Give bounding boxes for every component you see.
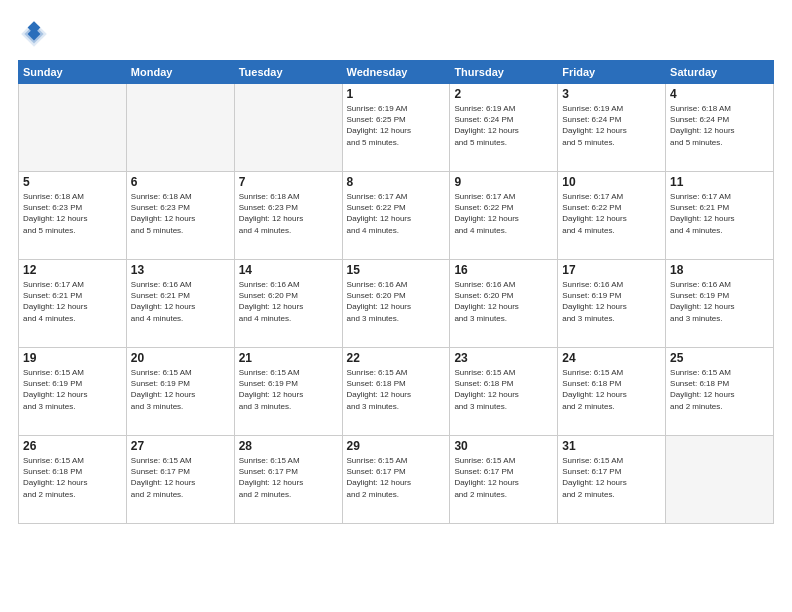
day-cell-empty xyxy=(19,84,127,172)
day-number: 16 xyxy=(454,263,553,277)
day-cell-23: 23Sunrise: 6:15 AMSunset: 6:18 PMDayligh… xyxy=(450,348,558,436)
day-cell-2: 2Sunrise: 6:19 AMSunset: 6:24 PMDaylight… xyxy=(450,84,558,172)
week-row-4: 19Sunrise: 6:15 AMSunset: 6:19 PMDayligh… xyxy=(19,348,774,436)
day-info: Sunrise: 6:18 AMSunset: 6:23 PMDaylight:… xyxy=(239,191,338,236)
week-row-5: 26Sunrise: 6:15 AMSunset: 6:18 PMDayligh… xyxy=(19,436,774,524)
day-number: 6 xyxy=(131,175,230,189)
day-cell-28: 28Sunrise: 6:15 AMSunset: 6:17 PMDayligh… xyxy=(234,436,342,524)
day-info: Sunrise: 6:15 AMSunset: 6:18 PMDaylight:… xyxy=(670,367,769,412)
day-info: Sunrise: 6:16 AMSunset: 6:20 PMDaylight:… xyxy=(454,279,553,324)
day-cell-31: 31Sunrise: 6:15 AMSunset: 6:17 PMDayligh… xyxy=(558,436,666,524)
day-cell-24: 24Sunrise: 6:15 AMSunset: 6:18 PMDayligh… xyxy=(558,348,666,436)
day-number: 15 xyxy=(347,263,446,277)
day-cell-5: 5Sunrise: 6:18 AMSunset: 6:23 PMDaylight… xyxy=(19,172,127,260)
logo-icon xyxy=(18,18,50,50)
week-row-3: 12Sunrise: 6:17 AMSunset: 6:21 PMDayligh… xyxy=(19,260,774,348)
weekday-header-row: SundayMondayTuesdayWednesdayThursdayFrid… xyxy=(19,61,774,84)
day-info: Sunrise: 6:17 AMSunset: 6:21 PMDaylight:… xyxy=(670,191,769,236)
weekday-header-thursday: Thursday xyxy=(450,61,558,84)
day-number: 20 xyxy=(131,351,230,365)
calendar: SundayMondayTuesdayWednesdayThursdayFrid… xyxy=(18,60,774,524)
day-info: Sunrise: 6:15 AMSunset: 6:17 PMDaylight:… xyxy=(131,455,230,500)
weekday-header-monday: Monday xyxy=(126,61,234,84)
day-info: Sunrise: 6:15 AMSunset: 6:19 PMDaylight:… xyxy=(239,367,338,412)
day-cell-12: 12Sunrise: 6:17 AMSunset: 6:21 PMDayligh… xyxy=(19,260,127,348)
day-info: Sunrise: 6:15 AMSunset: 6:18 PMDaylight:… xyxy=(454,367,553,412)
day-number: 7 xyxy=(239,175,338,189)
day-number: 23 xyxy=(454,351,553,365)
day-cell-11: 11Sunrise: 6:17 AMSunset: 6:21 PMDayligh… xyxy=(666,172,774,260)
day-info: Sunrise: 6:15 AMSunset: 6:17 PMDaylight:… xyxy=(347,455,446,500)
day-number: 5 xyxy=(23,175,122,189)
day-number: 8 xyxy=(347,175,446,189)
day-cell-17: 17Sunrise: 6:16 AMSunset: 6:19 PMDayligh… xyxy=(558,260,666,348)
day-info: Sunrise: 6:17 AMSunset: 6:22 PMDaylight:… xyxy=(454,191,553,236)
week-row-2: 5Sunrise: 6:18 AMSunset: 6:23 PMDaylight… xyxy=(19,172,774,260)
day-info: Sunrise: 6:15 AMSunset: 6:18 PMDaylight:… xyxy=(23,455,122,500)
day-info: Sunrise: 6:19 AMSunset: 6:25 PMDaylight:… xyxy=(347,103,446,148)
day-number: 18 xyxy=(670,263,769,277)
day-cell-18: 18Sunrise: 6:16 AMSunset: 6:19 PMDayligh… xyxy=(666,260,774,348)
day-info: Sunrise: 6:15 AMSunset: 6:19 PMDaylight:… xyxy=(131,367,230,412)
day-cell-14: 14Sunrise: 6:16 AMSunset: 6:20 PMDayligh… xyxy=(234,260,342,348)
day-info: Sunrise: 6:15 AMSunset: 6:18 PMDaylight:… xyxy=(562,367,661,412)
day-number: 24 xyxy=(562,351,661,365)
day-number: 3 xyxy=(562,87,661,101)
day-number: 13 xyxy=(131,263,230,277)
day-number: 30 xyxy=(454,439,553,453)
day-info: Sunrise: 6:16 AMSunset: 6:19 PMDaylight:… xyxy=(562,279,661,324)
day-number: 2 xyxy=(454,87,553,101)
weekday-header-tuesday: Tuesday xyxy=(234,61,342,84)
day-info: Sunrise: 6:18 AMSunset: 6:23 PMDaylight:… xyxy=(131,191,230,236)
day-info: Sunrise: 6:18 AMSunset: 6:24 PMDaylight:… xyxy=(670,103,769,148)
day-info: Sunrise: 6:15 AMSunset: 6:17 PMDaylight:… xyxy=(239,455,338,500)
weekday-header-friday: Friday xyxy=(558,61,666,84)
day-number: 11 xyxy=(670,175,769,189)
day-cell-6: 6Sunrise: 6:18 AMSunset: 6:23 PMDaylight… xyxy=(126,172,234,260)
day-info: Sunrise: 6:17 AMSunset: 6:22 PMDaylight:… xyxy=(347,191,446,236)
day-number: 27 xyxy=(131,439,230,453)
day-info: Sunrise: 6:17 AMSunset: 6:21 PMDaylight:… xyxy=(23,279,122,324)
day-number: 22 xyxy=(347,351,446,365)
day-info: Sunrise: 6:16 AMSunset: 6:19 PMDaylight:… xyxy=(670,279,769,324)
day-info: Sunrise: 6:15 AMSunset: 6:18 PMDaylight:… xyxy=(347,367,446,412)
day-number: 29 xyxy=(347,439,446,453)
day-cell-1: 1Sunrise: 6:19 AMSunset: 6:25 PMDaylight… xyxy=(342,84,450,172)
day-info: Sunrise: 6:19 AMSunset: 6:24 PMDaylight:… xyxy=(562,103,661,148)
day-number: 10 xyxy=(562,175,661,189)
day-info: Sunrise: 6:16 AMSunset: 6:21 PMDaylight:… xyxy=(131,279,230,324)
day-number: 19 xyxy=(23,351,122,365)
day-cell-8: 8Sunrise: 6:17 AMSunset: 6:22 PMDaylight… xyxy=(342,172,450,260)
weekday-header-wednesday: Wednesday xyxy=(342,61,450,84)
day-cell-21: 21Sunrise: 6:15 AMSunset: 6:19 PMDayligh… xyxy=(234,348,342,436)
logo xyxy=(18,18,54,50)
day-cell-9: 9Sunrise: 6:17 AMSunset: 6:22 PMDaylight… xyxy=(450,172,558,260)
day-cell-29: 29Sunrise: 6:15 AMSunset: 6:17 PMDayligh… xyxy=(342,436,450,524)
day-info: Sunrise: 6:16 AMSunset: 6:20 PMDaylight:… xyxy=(347,279,446,324)
day-info: Sunrise: 6:15 AMSunset: 6:17 PMDaylight:… xyxy=(454,455,553,500)
header xyxy=(18,18,774,50)
day-cell-4: 4Sunrise: 6:18 AMSunset: 6:24 PMDaylight… xyxy=(666,84,774,172)
weekday-header-saturday: Saturday xyxy=(666,61,774,84)
day-cell-13: 13Sunrise: 6:16 AMSunset: 6:21 PMDayligh… xyxy=(126,260,234,348)
day-cell-25: 25Sunrise: 6:15 AMSunset: 6:18 PMDayligh… xyxy=(666,348,774,436)
day-cell-7: 7Sunrise: 6:18 AMSunset: 6:23 PMDaylight… xyxy=(234,172,342,260)
day-cell-15: 15Sunrise: 6:16 AMSunset: 6:20 PMDayligh… xyxy=(342,260,450,348)
day-number: 25 xyxy=(670,351,769,365)
day-number: 28 xyxy=(239,439,338,453)
day-number: 31 xyxy=(562,439,661,453)
day-info: Sunrise: 6:16 AMSunset: 6:20 PMDaylight:… xyxy=(239,279,338,324)
day-cell-10: 10Sunrise: 6:17 AMSunset: 6:22 PMDayligh… xyxy=(558,172,666,260)
day-cell-22: 22Sunrise: 6:15 AMSunset: 6:18 PMDayligh… xyxy=(342,348,450,436)
day-cell-empty xyxy=(666,436,774,524)
day-cell-27: 27Sunrise: 6:15 AMSunset: 6:17 PMDayligh… xyxy=(126,436,234,524)
day-cell-26: 26Sunrise: 6:15 AMSunset: 6:18 PMDayligh… xyxy=(19,436,127,524)
day-number: 4 xyxy=(670,87,769,101)
day-cell-empty xyxy=(234,84,342,172)
page: SundayMondayTuesdayWednesdayThursdayFrid… xyxy=(0,0,792,612)
day-cell-20: 20Sunrise: 6:15 AMSunset: 6:19 PMDayligh… xyxy=(126,348,234,436)
day-number: 26 xyxy=(23,439,122,453)
day-cell-16: 16Sunrise: 6:16 AMSunset: 6:20 PMDayligh… xyxy=(450,260,558,348)
day-number: 14 xyxy=(239,263,338,277)
day-cell-3: 3Sunrise: 6:19 AMSunset: 6:24 PMDaylight… xyxy=(558,84,666,172)
